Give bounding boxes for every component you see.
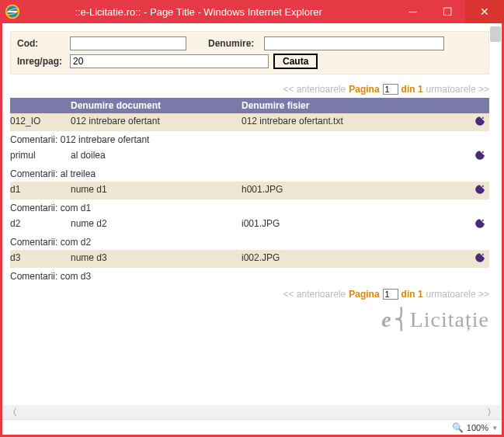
table-header: Denumire document Denumire fisier <box>10 98 489 113</box>
row-id: 012_IO <box>10 116 71 129</box>
close-button[interactable]: ✕ <box>465 0 504 23</box>
elicitatie-logo: e⎨Licitație <box>381 307 489 332</box>
svg-point-3 <box>478 154 481 157</box>
pager-page-input[interactable] <box>383 289 398 300</box>
comment-label: Comentarii: <box>10 203 57 213</box>
vertical-scrollbar[interactable] <box>490 26 501 42</box>
comment-row: Comentarii: 012 intrebare ofertant <box>10 132 489 147</box>
row-doc: nume d3 <box>71 252 242 265</box>
window-title: ::e-Licitatie.ro:: - Page Title - Window… <box>25 6 395 18</box>
comment-row: Comentarii: com d3 <box>10 269 489 284</box>
comment-row: Comentarii: al treilea <box>10 166 489 182</box>
comment-text: com d3 <box>61 271 91 282</box>
row-doc: al doilea <box>71 150 242 163</box>
zoom-level: 100% <box>467 423 488 432</box>
pager-bottom: << anterioarele Pagina din 1 urmatoarele… <box>10 289 489 300</box>
scroll-left-icon[interactable]: 〈 <box>6 406 19 419</box>
download-icon[interactable] <box>471 252 489 265</box>
horizontal-scrollbar[interactable]: 〈 〉 <box>3 405 501 419</box>
search-button[interactable]: Cauta <box>273 54 318 69</box>
comment-label: Comentarii: <box>10 237 57 248</box>
status-bar: 🔍 100% ▾ <box>2 419 502 435</box>
comment-row: Comentarii: com d2 <box>10 234 489 250</box>
maximize-button[interactable]: ☐ <box>430 0 465 23</box>
svg-point-2 <box>478 120 481 123</box>
row-doc: nume d1 <box>71 184 242 197</box>
table-row: 012_IO012 intrebare ofertant012 intrebar… <box>10 113 489 132</box>
zoom-dropdown-icon[interactable]: ▾ <box>493 424 497 432</box>
table-row: primulal doilea <box>10 147 489 166</box>
ie-icon <box>5 4 20 19</box>
pager-top: << anterioarele Pagina din 1 urmatoarele… <box>10 84 489 95</box>
table-row: d2nume d2i001.JPG <box>10 216 489 234</box>
row-id: d2 <box>10 218 71 231</box>
pager-prev[interactable]: << anterioarele <box>283 84 346 95</box>
comment-label: Comentarii: <box>10 271 57 282</box>
comment-text: com d2 <box>61 237 91 248</box>
row-file: 012 intrebare ofertant.txt <box>242 116 471 129</box>
cod-input[interactable] <box>70 36 186 50</box>
filter-panel: Cod: Denumire: Inreg/pag: Cauta <box>10 31 489 75</box>
header-file: Denumire fisier <box>242 100 471 111</box>
minimize-button[interactable]: ─ <box>395 0 430 23</box>
comment-text: 012 intrebare ofertant <box>61 134 150 145</box>
zoom-icon[interactable]: 🔍 <box>452 422 464 433</box>
row-file: i002.JPG <box>242 252 471 265</box>
row-id: primul <box>10 150 71 163</box>
download-icon[interactable] <box>471 116 489 129</box>
download-icon[interactable] <box>471 150 489 163</box>
denumire-input[interactable] <box>264 36 444 50</box>
comment-text: com d1 <box>61 203 91 213</box>
perpage-input[interactable] <box>70 54 269 68</box>
pager-next[interactable]: urmatoarele >> <box>426 84 489 95</box>
cod-label: Cod: <box>17 38 70 49</box>
titlebar: ::e-Licitatie.ro:: - Page Title - Window… <box>0 0 504 23</box>
header-doc: Denumire document <box>71 100 242 111</box>
row-file <box>242 150 471 163</box>
download-icon[interactable] <box>471 218 489 231</box>
denumire-label: Denumire: <box>208 38 264 49</box>
pager-next[interactable]: urmatoarele >> <box>426 289 489 300</box>
svg-point-6 <box>478 256 481 259</box>
row-id: d1 <box>10 184 71 197</box>
pager-of-label: din 1 <box>401 84 423 95</box>
pager-page-label: Pagina <box>349 289 379 300</box>
comment-row: Comentarii: com d1 <box>10 200 489 216</box>
download-icon[interactable] <box>471 184 489 197</box>
row-doc: nume d2 <box>71 218 242 231</box>
row-file: h001.JPG <box>242 184 471 197</box>
row-doc: 012 intrebare ofertant <box>71 116 242 129</box>
comment-label: Comentarii: <box>10 168 57 179</box>
pager-page-label: Pagina <box>349 84 379 95</box>
comment-label: Comentarii: <box>10 134 57 145</box>
table-row: d3nume d3i002.JPG <box>10 250 489 269</box>
row-id: d3 <box>10 252 71 265</box>
perpage-label: Inreg/pag: <box>17 56 70 67</box>
comment-text: al treilea <box>61 168 96 179</box>
svg-point-4 <box>478 188 481 191</box>
scroll-right-icon[interactable]: 〉 <box>485 406 498 419</box>
pager-of-label: din 1 <box>401 289 423 300</box>
pager-page-input[interactable] <box>383 84 398 95</box>
svg-point-5 <box>478 222 481 225</box>
row-file: i001.JPG <box>242 218 471 231</box>
table-row: d1nume d1h001.JPG <box>10 182 489 200</box>
pager-prev[interactable]: << anterioarele <box>283 289 346 300</box>
